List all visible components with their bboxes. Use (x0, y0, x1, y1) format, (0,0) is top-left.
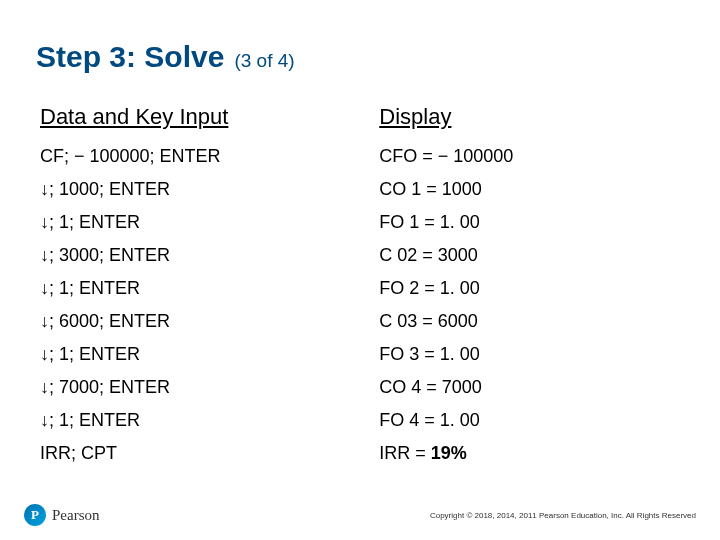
table-row: ↓; 7000; ENTERCO 4 = 7000 (36, 371, 676, 404)
cell-display: IRR = 19% (375, 437, 676, 470)
table-row: ↓; 3000; ENTERC 02 = 3000 (36, 239, 676, 272)
brand: P Pearson (24, 504, 100, 526)
cell-input: ↓; 1; ENTER (36, 206, 375, 239)
table-row: CF; − 100000; ENTERCFO = − 100000 (36, 140, 676, 173)
brand-name: Pearson (52, 507, 100, 524)
cell-display: CO 4 = 7000 (375, 371, 676, 404)
display-prefix: IRR = (379, 443, 431, 463)
header-display: Display (375, 98, 676, 140)
cell-input: ↓; 1; ENTER (36, 404, 375, 437)
cell-display: FO 2 = 1. 00 (375, 272, 676, 305)
cell-input: IRR; CPT (36, 437, 375, 470)
cell-display: FO 4 = 1. 00 (375, 404, 676, 437)
cell-display: C 02 = 3000 (375, 239, 676, 272)
header-input: Data and Key Input (36, 98, 375, 140)
copyright-text: Copyright © 2018, 2014, 2011 Pearson Edu… (430, 511, 696, 520)
cell-input: ↓; 7000; ENTER (36, 371, 375, 404)
cell-input: ↓; 3000; ENTER (36, 239, 375, 272)
cell-input: ↓; 6000; ENTER (36, 305, 375, 338)
data-table: Data and Key Input Display CF; − 100000;… (36, 98, 676, 470)
table-row: ↓; 1; ENTERFO 2 = 1. 00 (36, 272, 676, 305)
cell-display: CFO = − 100000 (375, 140, 676, 173)
cell-display: C 03 = 6000 (375, 305, 676, 338)
cell-display: CO 1 = 1000 (375, 173, 676, 206)
cell-input: ↓; 1; ENTER (36, 272, 375, 305)
title-main: Step 3: Solve (36, 40, 224, 74)
table-row: ↓; 1; ENTERFO 4 = 1. 00 (36, 404, 676, 437)
table-row: ↓; 1000; ENTERCO 1 = 1000 (36, 173, 676, 206)
cell-display: FO 3 = 1. 00 (375, 338, 676, 371)
cell-input: CF; − 100000; ENTER (36, 140, 375, 173)
cell-display: FO 1 = 1. 00 (375, 206, 676, 239)
footer: P Pearson Copyright © 2018, 2014, 2011 P… (0, 504, 720, 526)
display-bold: 19% (431, 443, 467, 463)
table-row: ↓; 1; ENTERFO 1 = 1. 00 (36, 206, 676, 239)
table-header-row: Data and Key Input Display (36, 98, 676, 140)
table-row: IRR; CPT IRR = 19% (36, 437, 676, 470)
pearson-logo-icon: P (24, 504, 46, 526)
slide-title: Step 3: Solve (3 of 4) (36, 40, 684, 74)
table-row: ↓; 1; ENTERFO 3 = 1. 00 (36, 338, 676, 371)
cell-input: ↓; 1; ENTER (36, 338, 375, 371)
slide: Step 3: Solve (3 of 4) Data and Key Inpu… (0, 0, 720, 540)
title-sub: (3 of 4) (234, 50, 294, 72)
table-row: ↓; 6000; ENTERC 03 = 6000 (36, 305, 676, 338)
cell-input: ↓; 1000; ENTER (36, 173, 375, 206)
